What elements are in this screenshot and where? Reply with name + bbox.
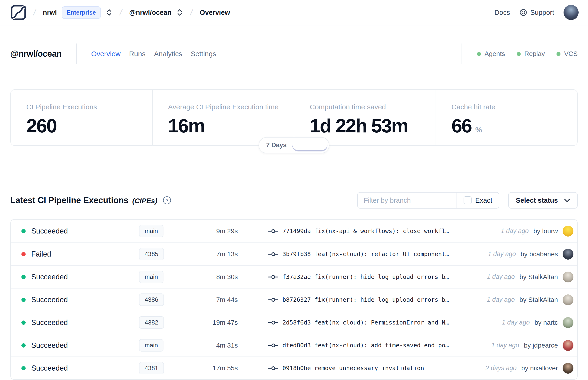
table-row[interactable]: Succeeded main 8m 30s f37a32ae fix(runne… <box>11 265 577 288</box>
status-label: Succeeded <box>31 273 68 281</box>
commit-message: fix(nx-api & workflows): close workfl… <box>314 228 449 234</box>
duration: 9m 29s <box>206 228 238 235</box>
docs-link[interactable]: Docs <box>494 9 510 17</box>
breadcrumb: / nrwl Enterprise / @nrwl/ocean / Overvi… <box>10 4 230 20</box>
author: by nartc <box>534 319 558 326</box>
commit-cell: 2d58f6d3 feat(nx-cloud): PermissionError… <box>238 319 502 326</box>
stat-number: 66 <box>452 115 472 137</box>
commit-text: 2d58f6d3 feat(nx-cloud): PermissionError… <box>283 319 449 326</box>
table-row[interactable]: Failed 4385 7m 13s 3b79fb38 feat(nx-clou… <box>11 243 577 265</box>
workspace-tab[interactable]: Settings <box>191 50 216 58</box>
commit-hash: b8726327 <box>283 296 311 303</box>
branch-cell: 4385 <box>128 248 206 260</box>
feature-badge[interactable]: Agents <box>477 50 505 57</box>
commit-hash: 3b79fb38 <box>283 251 311 258</box>
feature-label: VCS <box>564 50 578 57</box>
user-avatar[interactable] <box>564 5 579 20</box>
cipe-heading-row: Latest CI Pipeline Executions (CIPEs) ? … <box>10 192 578 209</box>
status-label: Succeeded <box>31 364 68 373</box>
status-label: Succeeded <box>31 227 68 235</box>
status-select-button[interactable]: Select status <box>508 192 578 209</box>
status-dot <box>21 275 26 279</box>
workspace-tab[interactable]: Runs <box>129 50 146 58</box>
time-ago: 2 days ago <box>485 364 516 372</box>
nx-cloud-logo[interactable] <box>10 4 26 20</box>
stat-value: 66 % <box>452 115 577 137</box>
branch-badge: 4382 <box>139 316 164 329</box>
status-cell: Succeeded <box>21 364 128 373</box>
section-title-text: Latest CI Pipeline Executions <box>10 195 128 205</box>
breadcrumb-page[interactable]: Overview <box>200 9 230 17</box>
meta-cell: 1 day ago by StalkAltan <box>487 272 573 283</box>
commit-cell: 3b79fb38 feat(nx-cloud): refactor UI com… <box>238 251 488 258</box>
time-ago: 1 day ago <box>502 319 530 326</box>
commit-text: 0918b0be remove unnecessary invalidation <box>283 365 424 372</box>
status-dot <box>21 366 26 370</box>
support-link[interactable]: Support <box>519 8 554 17</box>
exact-checkbox[interactable] <box>464 196 472 204</box>
status-dot <box>21 229 26 233</box>
breadcrumb-workspace[interactable]: @nrwl/ocean <box>129 9 171 17</box>
commit-message: fix(runner): hide log upload errors b… <box>314 273 449 280</box>
exact-filter: Exact <box>456 192 499 208</box>
workspace-tab[interactable]: Analytics <box>154 50 182 58</box>
svg-text:?: ? <box>166 198 168 203</box>
exact-label: Exact <box>475 197 493 204</box>
status-label: Succeeded <box>31 318 68 327</box>
commit-message: feat(nx-cloud): refactor UI component… <box>314 251 449 258</box>
commit-hash: f37a32ae <box>283 273 311 280</box>
chevron-up-down-icon <box>107 9 112 16</box>
workspace-tab[interactable]: Overview <box>91 50 121 58</box>
plan-badge[interactable]: Enterprise <box>62 6 101 19</box>
commit-message: feat(nx-cloud): add time-saved end po… <box>314 342 449 349</box>
feature-label: Replay <box>524 50 545 57</box>
status-cell: Succeeded <box>21 318 128 327</box>
status-dot <box>21 252 26 256</box>
duration: 7m 13s <box>206 250 238 258</box>
branch-badge: 4381 <box>139 362 164 374</box>
status-label: Failed <box>31 250 51 258</box>
stats-cards: CI Pipeline Executions 260 Average CI Pi… <box>10 89 578 146</box>
feature-badge[interactable]: VCS <box>556 50 578 57</box>
stat-card: CI Pipeline Executions 260 <box>11 90 152 145</box>
commit-cell: 771499da fix(nx-api & workflows): close … <box>238 228 501 234</box>
author: by bcabanes <box>520 250 558 258</box>
feature-badge[interactable]: Replay <box>517 50 545 57</box>
commit-text: b8726327 fix(runner): hide log upload er… <box>283 296 449 303</box>
table-row[interactable]: Succeeded 4382 19m 47s 2d58f6d3 feat(nx-… <box>11 311 577 334</box>
stat-label: Average CI Pipeline Execution time <box>168 103 294 111</box>
support-label: Support <box>530 9 554 17</box>
git-commit-icon <box>268 228 278 234</box>
git-commit-icon <box>268 366 278 371</box>
stat-label: Computation time saved <box>310 103 436 111</box>
time-ago: 1 day ago <box>487 296 515 303</box>
time-ago: 1 day ago <box>501 228 529 235</box>
branch-badge: 4386 <box>139 293 164 306</box>
breadcrumb-separator: / <box>119 7 123 18</box>
branch-filter-input[interactable] <box>358 192 456 208</box>
range-toggle: 7 Days 30 Days <box>259 137 329 153</box>
range-toggle-option[interactable]: 30 Days <box>292 139 327 152</box>
help-button[interactable]: ? <box>163 196 171 205</box>
table-row[interactable]: Succeeded 4386 7m 44s b8726327 fix(runne… <box>11 288 577 311</box>
breadcrumb-org[interactable]: nrwl <box>43 9 57 17</box>
range-toggle-option[interactable]: 7 Days <box>260 139 292 152</box>
branch-cell: 4381 <box>128 362 206 374</box>
commit-hash: 0918b0be <box>283 365 311 372</box>
org-switcher-button[interactable] <box>106 8 113 17</box>
table-row[interactable]: Succeeded main 4m 31s dfed80d3 feat(nx-c… <box>11 334 577 357</box>
branch-cell: 4386 <box>128 293 206 306</box>
branch-cell: main <box>128 271 206 283</box>
table-row[interactable]: Succeeded main 9m 29s 771499da fix(nx-ap… <box>11 220 577 243</box>
section-title: Latest CI Pipeline Executions (CIPEs) <box>10 195 157 205</box>
git-commit-icon <box>268 252 278 257</box>
stat-card: Cache hit rate 66 % <box>436 90 577 145</box>
commit-cell: b8726327 fix(runner): hide log upload er… <box>238 296 487 303</box>
author: by StalkAltan <box>520 296 558 304</box>
commit-cell: 0918b0be remove unnecessary invalidation <box>238 365 485 372</box>
workspace-switcher-button[interactable] <box>176 8 183 17</box>
table-row[interactable]: Succeeded 4381 17m 55s 0918b0be remove u… <box>11 357 577 379</box>
status-dot <box>21 298 26 302</box>
status-cell: Succeeded <box>21 296 128 304</box>
breadcrumb-separator: / <box>33 7 37 18</box>
